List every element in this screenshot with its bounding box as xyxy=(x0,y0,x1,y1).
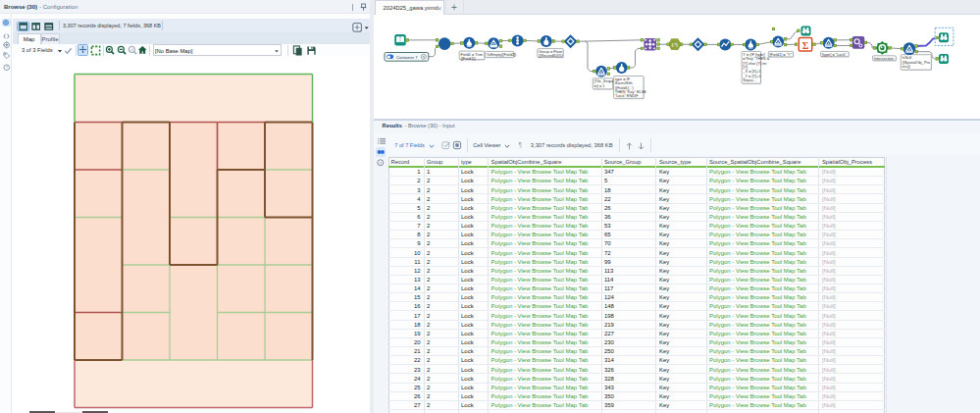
svg-text:?: ? xyxy=(5,66,8,71)
svg-text:[type] = "Lock": [type] = "Lock" xyxy=(822,52,848,57)
svg-text:ess]): ess]) xyxy=(902,64,910,69)
svg-text:!IsEmpty([Field1]): !IsEmpty([Field1]) xyxy=(487,52,517,57)
svg-text:([Field1]): ([Field1]) xyxy=(460,56,476,61)
svg-text:"Lock" ENDIF: "Lock" ENDIF xyxy=(615,93,639,98)
svg-text:Intersection: Intersection xyxy=(874,56,894,61)
svg-text:Σ: Σ xyxy=(802,40,809,51)
svg-text:?: ? xyxy=(380,161,383,166)
svg-text:m] = 1: m] = 1 xyxy=(594,83,605,88)
svg-text:[Field1] = "Y": [Field1] = "Y" xyxy=(770,52,793,57)
svg-text:([RecordID]/5): ([RecordID]/5) xyxy=(539,53,563,58)
svg-text:(.*): (.*) xyxy=(672,42,678,47)
svg-text:Container 7: Container 7 xyxy=(396,55,418,60)
svg-text:Separ...: Separ... xyxy=(743,77,755,82)
